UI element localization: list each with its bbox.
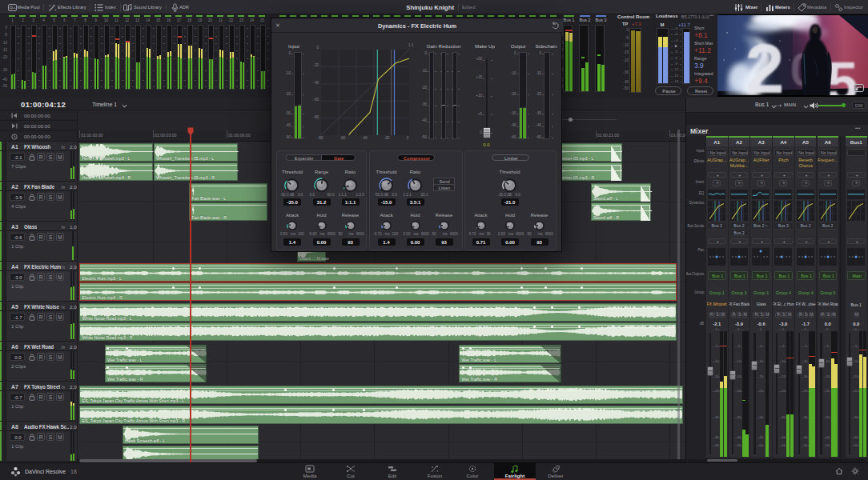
svg-text:2: 2 <box>745 29 785 95</box>
